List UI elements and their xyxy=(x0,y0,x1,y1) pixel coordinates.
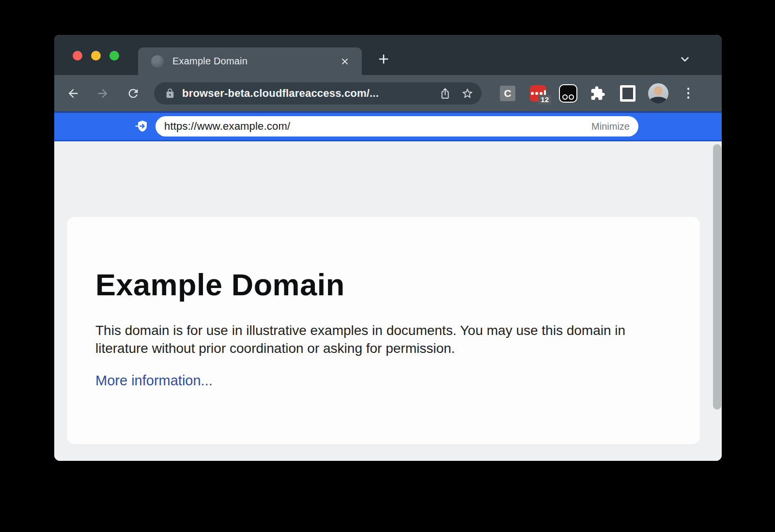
isolation-bar: https://www.example.com/ Minimize xyxy=(54,111,722,141)
tab-title: Example Domain xyxy=(172,56,340,67)
more-information-link[interactable]: More information... xyxy=(95,373,213,389)
two-circles-extension-icon[interactable] xyxy=(559,84,577,103)
browser-toolbar: browser-beta.cloudflareaccess.com/... C … xyxy=(54,75,722,111)
circle-glyph xyxy=(562,94,568,100)
window-controls xyxy=(73,51,119,61)
extension-badge: 12 xyxy=(538,95,551,105)
circle-glyph xyxy=(569,94,574,100)
new-tab-button[interactable] xyxy=(375,50,392,68)
address-bar-url: browser-beta.cloudflareaccess.com/... xyxy=(182,87,438,100)
scrollbar-thumb[interactable] xyxy=(713,144,721,410)
globe-icon xyxy=(151,55,164,68)
tab-close-icon[interactable] xyxy=(340,56,350,67)
window-minimize-button[interactable] xyxy=(91,51,101,61)
page-title: Example Domain xyxy=(95,267,671,302)
window-zoom-button[interactable] xyxy=(109,51,119,61)
password-manager-extension-icon[interactable]: 12 xyxy=(530,85,546,102)
desktop-background: Example Domain xyxy=(0,0,775,532)
kebab-menu-icon[interactable] xyxy=(683,86,694,101)
tab-example-domain[interactable]: Example Domain xyxy=(138,47,362,75)
shield-arrow-icon xyxy=(135,119,149,134)
reload-button[interactable] xyxy=(126,86,140,101)
tab-strip: Example Domain xyxy=(54,35,722,75)
content-card: Example Domain This domain is for use in… xyxy=(67,217,700,444)
lock-icon xyxy=(165,88,175,99)
minimize-button[interactable]: Minimize xyxy=(591,121,630,132)
forward-button[interactable] xyxy=(95,86,110,101)
remote-url-bar[interactable]: https://www.example.com/ Minimize xyxy=(155,116,638,137)
page-paragraph: This domain is for use in illustrative e… xyxy=(95,321,657,357)
browser-window: Example Domain xyxy=(54,35,722,461)
chevron-down-icon[interactable] xyxy=(677,51,693,67)
profile-avatar[interactable] xyxy=(648,83,668,104)
extensions-puzzle-icon[interactable] xyxy=(590,86,605,101)
back-button[interactable] xyxy=(66,86,80,101)
address-bar[interactable]: browser-beta.cloudflareaccess.com/... xyxy=(154,82,481,105)
c-extension-label: C xyxy=(504,88,511,99)
c-extension-icon[interactable]: C xyxy=(500,86,515,101)
page-viewport: Example Domain This domain is for use in… xyxy=(54,141,722,461)
star-icon[interactable] xyxy=(460,86,475,101)
share-icon[interactable] xyxy=(438,86,452,101)
side-panel-icon[interactable] xyxy=(620,85,636,102)
window-close-button[interactable] xyxy=(73,51,82,61)
remote-url-text: https://www.example.com/ xyxy=(164,120,591,133)
